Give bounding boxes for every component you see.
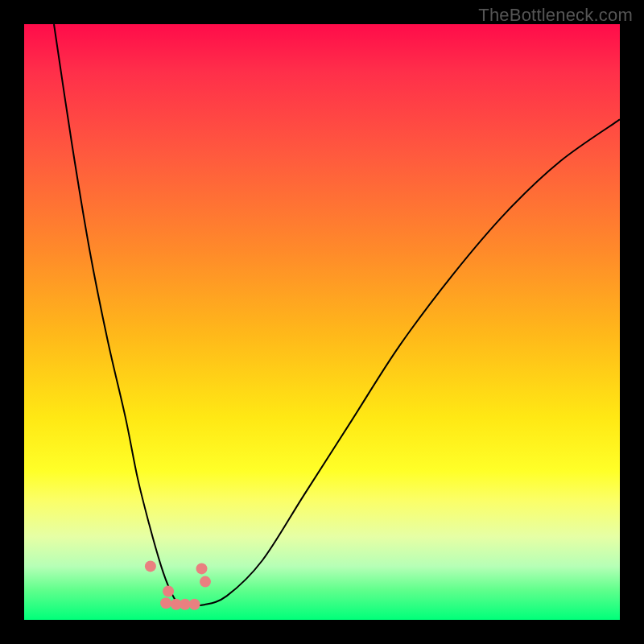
outer-frame: TheBottleneck.com	[0, 0, 644, 644]
data-point	[189, 599, 200, 610]
data-point	[160, 597, 171, 609]
plot-area	[24, 24, 620, 620]
watermark-text: TheBottleneck.com	[478, 5, 633, 26]
chart-svg	[24, 24, 620, 620]
bottleneck-curve	[54, 24, 620, 606]
data-point	[145, 560, 156, 572]
data-dots	[145, 560, 211, 609]
data-point	[196, 563, 208, 574]
data-point	[200, 576, 211, 588]
data-point	[163, 586, 174, 597]
